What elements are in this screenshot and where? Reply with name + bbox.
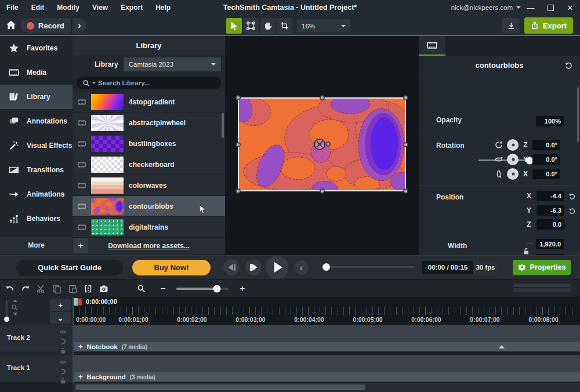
library-search-input[interactable] bbox=[98, 79, 191, 86]
list-item-digitaltrains[interactable]: digitaltrains bbox=[72, 217, 225, 238]
sidebar-item-library[interactable]: Library bbox=[0, 85, 72, 109]
rotation-z-dial[interactable] bbox=[507, 139, 519, 151]
select-tool-button[interactable] bbox=[226, 18, 242, 34]
add-track-button[interactable]: + bbox=[50, 299, 71, 311]
resize-handle-se[interactable] bbox=[403, 188, 408, 194]
timeline-zoom-thumb[interactable] bbox=[213, 285, 221, 292]
lock-icon[interactable] bbox=[59, 377, 67, 384]
group-notebook[interactable]: + Notebook (7 media) bbox=[74, 342, 580, 351]
position-x-value[interactable]: -4.4 bbox=[536, 191, 564, 201]
rotation-y-dial[interactable] bbox=[507, 154, 519, 165]
track-1-header[interactable]: Track 1 bbox=[0, 355, 72, 382]
sidebar-item-transitions[interactable]: Transitions bbox=[0, 158, 72, 182]
maximize-button[interactable] bbox=[541, 0, 560, 15]
magnet-icon[interactable] bbox=[59, 337, 67, 345]
list-item-checkerboard[interactable]: checkerboard bbox=[72, 154, 225, 175]
sidebar-more-button[interactable]: More bbox=[0, 237, 72, 254]
reset-icon[interactable] bbox=[568, 193, 576, 200]
list-item-abstractpinwheel[interactable]: abstractpinwheel bbox=[72, 112, 225, 133]
timeline-options-button[interactable]: ⌄ bbox=[50, 312, 71, 324]
library-source-dropdown[interactable]: Camtasia 2023 bbox=[124, 57, 221, 71]
rotation-anchor-icon[interactable] bbox=[314, 139, 325, 150]
quick-start-guide-button[interactable]: Quick Start Guide bbox=[16, 260, 123, 275]
properties-scrollbar[interactable] bbox=[577, 87, 579, 142]
lock-icon[interactable] bbox=[59, 347, 67, 354]
resize-handle-s[interactable] bbox=[320, 188, 325, 194]
menu-modify[interactable]: Modify bbox=[50, 3, 86, 12]
record-options-button[interactable]: › bbox=[71, 18, 86, 33]
search-options-caret-icon[interactable] bbox=[92, 82, 96, 84]
undo-button[interactable] bbox=[2, 282, 17, 295]
split-button[interactable] bbox=[81, 282, 96, 295]
menu-help[interactable]: Help bbox=[149, 3, 177, 12]
menu-export[interactable]: Export bbox=[114, 3, 149, 12]
rotate-x-icon[interactable] bbox=[494, 169, 503, 179]
properties-button[interactable]: Properties bbox=[513, 260, 571, 275]
timeline-zoom-out-button[interactable]: − bbox=[155, 282, 171, 295]
expand-group-icon[interactable]: + bbox=[78, 343, 83, 351]
cut-button[interactable] bbox=[34, 282, 49, 295]
menu-view[interactable]: View bbox=[86, 3, 114, 12]
list-item-bustlingboxes[interactable]: bustlingboxes bbox=[72, 133, 225, 154]
resize-handle-w[interactable] bbox=[235, 142, 241, 147]
magnet-icon[interactable] bbox=[59, 368, 67, 375]
sidebar-item-visual-effects[interactable]: Visual Effects bbox=[0, 133, 72, 158]
rotation-y-value[interactable]: 0.0° bbox=[532, 154, 560, 165]
eye-icon[interactable] bbox=[59, 358, 67, 366]
resize-handle-nw[interactable] bbox=[235, 95, 241, 100]
export-button[interactable]: Export bbox=[524, 17, 573, 34]
position-y-value[interactable]: -6.3 bbox=[536, 205, 564, 216]
expand-group-icon[interactable]: + bbox=[78, 373, 83, 381]
canvas-stage[interactable] bbox=[225, 36, 419, 255]
rotation-x-dial[interactable] bbox=[507, 168, 519, 180]
opacity-value[interactable]: 100% bbox=[536, 116, 564, 126]
width-value[interactable]: 1,920.0 bbox=[536, 239, 564, 249]
paste-button[interactable] bbox=[65, 282, 80, 295]
minimize-button[interactable]: — bbox=[521, 0, 541, 15]
resize-handle-sw[interactable] bbox=[235, 188, 241, 194]
timeline-hscroll-thumb[interactable] bbox=[75, 384, 365, 390]
crop-tool-button[interactable] bbox=[277, 18, 292, 34]
download-button[interactable] bbox=[502, 18, 520, 33]
lock-icon[interactable] bbox=[522, 247, 530, 255]
timeline-ruler[interactable]: 0:00:00;00 0:00:01;00 0:00:02;00 0:00:03… bbox=[74, 297, 580, 325]
collapse-controls-button[interactable]: ‹ bbox=[294, 260, 309, 275]
sidebar-item-annotations[interactable]: Annotations bbox=[0, 109, 72, 133]
track-2-lane[interactable] bbox=[74, 325, 580, 342]
timeline-zoom-in-button[interactable]: + bbox=[235, 282, 250, 295]
redo-button[interactable] bbox=[18, 282, 33, 295]
previous-frame-button[interactable] bbox=[223, 259, 240, 275]
track-2-header[interactable]: Track 2 bbox=[0, 325, 72, 351]
playhead-flag[interactable] bbox=[73, 298, 78, 306]
sidebar-item-behaviors[interactable]: Behaviors bbox=[0, 206, 72, 231]
track-zoom-up-icon[interactable] bbox=[13, 299, 17, 302]
tab-media-properties[interactable] bbox=[419, 36, 445, 56]
copy-button[interactable] bbox=[49, 282, 64, 295]
timeline-zoom-slider[interactable] bbox=[176, 288, 229, 290]
next-frame-button[interactable] bbox=[245, 259, 262, 275]
canvas-zoom-dropdown[interactable]: 16% bbox=[297, 19, 350, 32]
library-search-box[interactable] bbox=[77, 77, 221, 89]
eye-icon[interactable] bbox=[59, 328, 67, 336]
resize-handle-e[interactable] bbox=[403, 142, 408, 147]
close-button[interactable]: ✕ bbox=[560, 0, 580, 15]
sidebar-item-favorites[interactable]: Favorites bbox=[0, 36, 72, 60]
reset-icon[interactable] bbox=[568, 207, 576, 215]
scrubber-thumb[interactable] bbox=[322, 263, 330, 271]
list-item-contourblobs[interactable]: contourblobs bbox=[72, 196, 225, 217]
list-item-4stopgradient[interactable]: 4stopgradient bbox=[72, 92, 225, 112]
rotation-x-value[interactable]: 0.0° bbox=[532, 169, 560, 179]
rotate-z-icon[interactable] bbox=[494, 140, 503, 150]
screenshot-button[interactable] bbox=[96, 282, 111, 295]
group-background[interactable]: + Background (3 media) bbox=[74, 372, 580, 382]
resize-handle-ne[interactable] bbox=[403, 95, 408, 100]
position-z-value[interactable]: 0.0 bbox=[536, 219, 564, 230]
rotate-y-icon[interactable] bbox=[494, 155, 503, 164]
rotation-z-value[interactable]: 0.0° bbox=[532, 140, 560, 150]
transform-tool-button[interactable] bbox=[243, 18, 259, 34]
account-menu[interactable]: nick@nickpeers.com bbox=[451, 0, 521, 15]
reset-all-icon[interactable] bbox=[564, 61, 573, 70]
selected-media-contourblobs[interactable] bbox=[238, 97, 406, 191]
library-scrollbar[interactable] bbox=[222, 112, 224, 138]
play-button[interactable] bbox=[266, 256, 289, 279]
